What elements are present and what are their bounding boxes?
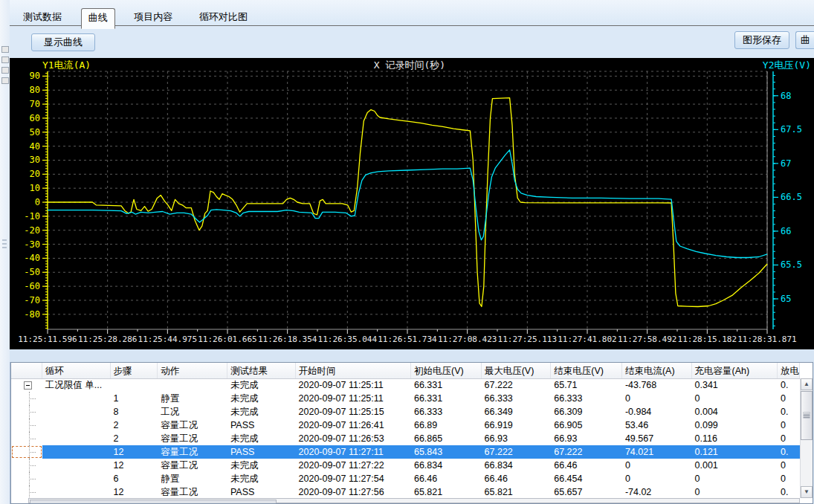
tab-project-content[interactable]: 项目内容 <box>126 8 180 27</box>
y2-tick-label: 65.5 <box>781 259 802 270</box>
x-tick-label: 11:27:25.113 <box>498 335 557 344</box>
table-cell: PASS <box>227 445 296 459</box>
y1-tick-label: 30 <box>30 155 40 165</box>
table-header-7[interactable]: 最大电压(V) <box>482 363 552 378</box>
table-cell: 66.46 <box>482 472 552 485</box>
table-cell: 容量工况 <box>158 445 227 459</box>
table-cell: 未完成 <box>227 392 296 405</box>
table-cell: 66.834 <box>482 459 552 472</box>
tab-curve[interactable]: 曲线 <box>81 8 115 29</box>
table-header-9[interactable]: 结束电流(A) <box>622 363 692 378</box>
x-tick-label: 11:27:58.492 <box>618 335 676 344</box>
y2-tick-label: 66 <box>781 226 791 236</box>
table-cell: 未完成 <box>227 432 296 445</box>
table-row[interactable]: 12容量工况未完成2020-09-07 11:27:2266.83466.834… <box>11 459 800 472</box>
table-cell: 2 <box>110 432 158 445</box>
horizontal-splitter[interactable] <box>10 349 814 362</box>
table-header-row: 循环步骤动作测试结果开始时间初始电压(V)最大电压(V)结束电压(V)结束电流(… <box>11 363 800 379</box>
table-cell: 静置 <box>158 472 227 485</box>
table-header-11[interactable]: 放电容 <box>778 363 800 378</box>
table-cell: 2020-09-07 11:27:56 <box>296 485 411 498</box>
scrollbar-thumb[interactable] <box>801 391 813 440</box>
table-cell: 66.46 <box>411 472 482 485</box>
table-header-1[interactable]: 循环 <box>42 363 111 378</box>
tree-branch <box>11 445 42 459</box>
table-cell <box>110 378 158 392</box>
table-row-selected[interactable]: 12容量工况PASS2020-09-07 11:27:1165.84367.22… <box>11 445 800 459</box>
table-cell: 49.567 <box>622 432 692 445</box>
table-cell: 2020-09-07 11:27:54 <box>296 472 411 485</box>
tab-cycle-comparison[interactable]: 循环对比图 <box>192 8 255 27</box>
x-tick-label: 11:25:11.596 <box>18 335 77 344</box>
toolbar: 显示曲线 图形保存 曲 <box>10 26 814 58</box>
y2-tick-label: 66.5 <box>781 192 802 202</box>
table-cell: 0 <box>778 432 800 445</box>
table-header-3[interactable]: 动作 <box>158 363 227 378</box>
table-header-10[interactable]: 充电容量(Ah) <box>692 363 778 378</box>
table-cell: 66.333 <box>482 392 552 405</box>
tree-branch <box>11 419 42 432</box>
table-row[interactable]: 8工况未完成2020-09-07 11:25:1566.33366.34966.… <box>11 405 800 419</box>
table-cell <box>42 392 111 405</box>
table-cell: 未完成 <box>227 405 296 419</box>
table-row[interactable]: 6静置未完成2020-09-07 11:27:5466.4666.4666.45… <box>11 472 800 485</box>
horizontal-scrollbar[interactable] <box>28 498 800 503</box>
splitter-grip-dot <box>2 243 7 245</box>
table-cell <box>42 419 111 432</box>
show-curve-button[interactable]: 显示曲线 <box>31 33 95 51</box>
table-cell: 0 <box>692 485 778 498</box>
scroll-down-icon[interactable]: ▼ <box>801 486 813 498</box>
x-axis-title: X 记录时间(秒) <box>374 59 445 71</box>
table-cell: -74.02 <box>622 485 692 498</box>
y1-tick-label: -70 <box>24 295 40 306</box>
table-row[interactable]: 2容量工况未完成2020-09-07 11:26:5366.86566.9366… <box>11 432 800 445</box>
table-cell: 工况限值 单... <box>42 378 111 392</box>
table-header-6[interactable]: 初始电压(V) <box>411 363 482 378</box>
y1-tick-label: -40 <box>24 253 40 263</box>
table-row[interactable]: 工况限值 单...未完成2020-09-07 11:25:1166.33167.… <box>11 378 800 392</box>
table-cell: 未完成 <box>227 472 296 485</box>
scroll-up-icon[interactable]: ▲ <box>801 378 813 390</box>
horizontal-scrollbar-thumb[interactable] <box>30 500 277 504</box>
table-row[interactable]: 1静置未完成2020-09-07 11:25:1166.33166.33366.… <box>11 392 800 405</box>
tree-branch <box>11 392 42 405</box>
clipped-curve-settings-button[interactable]: 曲 <box>795 31 814 49</box>
table-header-tree <box>11 363 42 378</box>
table-header-2[interactable]: 步骤 <box>111 363 158 378</box>
tab-test-data[interactable]: 测试数据 <box>16 8 69 27</box>
table-cell: 0.121 <box>692 445 778 459</box>
save-graph-button[interactable]: 图形保存 <box>734 31 789 49</box>
vertical-scrollbar[interactable]: ▲ ▼ <box>800 378 813 498</box>
y2-tick-label: 67 <box>781 158 791 169</box>
table-row[interactable]: 2容量工况PASS2020-09-07 11:26:4166.8966.9196… <box>11 419 800 432</box>
y1-tick-label: 50 <box>30 127 40 138</box>
table-cell: 0 <box>622 392 692 405</box>
table-cell: 容量工况 <box>158 432 227 445</box>
table-header-5[interactable]: 开始时间 <box>296 363 411 378</box>
table-cell: 2020-09-07 11:25:15 <box>296 405 411 419</box>
tree-collapse-icon[interactable] <box>11 378 42 392</box>
table-header-8[interactable]: 结束电压(V) <box>551 363 622 378</box>
table-row[interactable]: 12容量工况PASS2020-09-07 11:27:5665.82165.82… <box>11 485 800 498</box>
table-cell: 65.71 <box>551 378 622 392</box>
y2-tick-label: 65 <box>781 294 791 304</box>
y1-axis-title: Y1电流(A) <box>42 59 91 71</box>
tree-branch <box>11 472 42 485</box>
table-cell: 2020-09-07 11:26:53 <box>296 432 411 445</box>
table-cell: 0 <box>778 392 800 405</box>
table-header-4[interactable]: 测试结果 <box>227 363 296 378</box>
table-cell: 67.222 <box>551 445 622 459</box>
y1-tick-label: -30 <box>24 239 40 250</box>
table-cell: 0 <box>622 459 692 472</box>
table-cell <box>42 432 111 445</box>
results-table: 循环步骤动作测试结果开始时间初始电压(V)最大电压(V)结束电压(V)结束电流(… <box>10 362 813 504</box>
table-cell: -0.984 <box>622 405 692 419</box>
table-cell: -43.768 <box>622 378 692 392</box>
table-cell: 67.222 <box>482 445 552 459</box>
table-cell: 2020-09-07 11:26:41 <box>296 419 411 432</box>
table-cell: 66.46 <box>551 459 622 472</box>
y2-axis-title: Y2电压(V) <box>763 59 811 71</box>
tree-branch <box>11 432 42 445</box>
table-cell: 66.333 <box>411 405 482 419</box>
table-cell <box>42 485 111 498</box>
